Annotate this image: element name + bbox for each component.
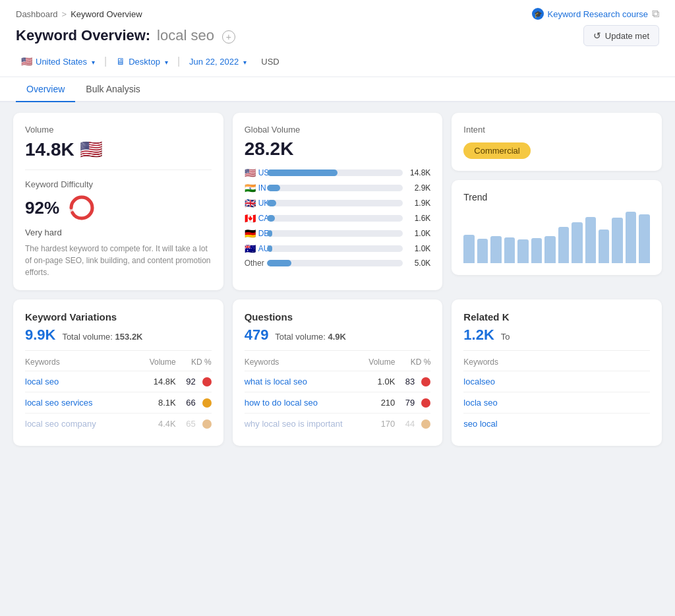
filters-row: 🇺🇸 United States | 🖥 Desktop | Jun 22, 2… (16, 54, 659, 77)
device-chevron-icon (163, 57, 168, 67)
table-row: local seo14.8K92 (25, 371, 212, 392)
date-filter[interactable]: Jun 22, 2022 (184, 55, 252, 69)
q-col-kw-label: Keywords (245, 357, 347, 367)
trend-bar (612, 218, 622, 263)
table-row: what is local seo1.0K83 (245, 371, 431, 392)
related-title: Related K (463, 311, 650, 323)
kd-sublabel: Very hard (25, 228, 212, 237)
table-row: localseo (463, 371, 650, 392)
gv-bar-row: 🇺🇸US14.8K (245, 168, 431, 178)
trend-bar (531, 238, 542, 263)
related-table-header: Keywords (463, 350, 650, 371)
main-content: Volume 14.8K 🇺🇸 Keyword Difficulty 92% (0, 102, 675, 456)
page-title: Keyword Overview: local seo + (16, 27, 235, 44)
keyword-link[interactable]: locla seo (463, 398, 650, 408)
gv-label: Global Volume (245, 125, 431, 135)
country-filter[interactable]: 🇺🇸 United States (16, 54, 100, 69)
kd-row: 92% (25, 193, 212, 222)
course-label: Keyword Research course (548, 9, 648, 19)
table-row: local seo company4.4K65 (25, 413, 212, 434)
gv-value: 28.2K (245, 139, 431, 160)
tab-bulk-analysis[interactable]: Bulk Analysis (75, 77, 150, 102)
kd-percentage: 92% (25, 198, 59, 218)
keyword-link[interactable]: seo local (463, 419, 650, 429)
filter-sep-1: | (104, 55, 107, 67)
trend-bar (544, 236, 555, 263)
kd-cell: 44 (397, 419, 430, 429)
keyword-link[interactable]: local seo company (25, 419, 127, 429)
trend-chart (463, 210, 650, 263)
volume-cell: 210 (349, 398, 395, 408)
update-metrics-button[interactable]: ↺ Update met (583, 25, 659, 46)
kd-label: Keyword Difficulty (25, 179, 212, 189)
keyword-link[interactable]: local seo (25, 377, 127, 386)
volume-label: Volume (25, 125, 212, 135)
share-icon: ⧉ (652, 8, 659, 20)
questions-rows: what is local seo1.0K83how to do local s… (245, 371, 431, 434)
add-keyword-button[interactable]: + (222, 30, 235, 44)
top-header: Dashboard > Keyword Overview 🎓 Keyword R… (0, 0, 675, 77)
gv-bar-row: 🇬🇧UK1.9K (245, 198, 431, 208)
country-chevron-icon (90, 57, 95, 67)
related-card: Related K 1.2K To Keywords localseolocla… (452, 299, 662, 446)
kw-variations-title: Keyword Variations (25, 311, 212, 323)
rel-col-kw-label: Keywords (463, 357, 566, 367)
kw-variations-table-header: Keywords Volume KD % (25, 350, 212, 371)
q-col-kd-label: KD % (397, 357, 430, 367)
volume-cell: 170 (349, 419, 395, 429)
trend-bar (490, 236, 501, 263)
breadcrumb: Dashboard > Keyword Overview (16, 9, 142, 19)
trend-bar (585, 217, 596, 263)
kd-cell: 83 (397, 377, 430, 386)
course-icon: 🎓 (532, 8, 544, 20)
volume-value: 14.8K 🇺🇸 (25, 139, 212, 160)
gv-bar-row: 🇨🇦CA1.6K (245, 213, 431, 224)
trend-bar (599, 230, 609, 263)
divider-1 (25, 169, 212, 170)
keyword-link[interactable]: local seo services (25, 398, 127, 408)
trend-bar (517, 239, 528, 263)
kd-cell: 65 (179, 419, 212, 429)
trend-bar (639, 214, 649, 263)
update-btn-label: Update met (605, 31, 649, 41)
device-filter[interactable]: 🖥 Desktop (111, 54, 173, 69)
gv-bar-row: 🇮🇳IN2.9K (245, 183, 431, 193)
volume-kd-card: Volume 14.8K 🇺🇸 Keyword Difficulty 92% (13, 113, 223, 290)
refresh-icon: ↺ (593, 30, 601, 41)
questions-card: Questions 479 Total volume: 4.9K Keyword… (233, 299, 443, 446)
gv-bar-row: 🇩🇪DE1.0K (245, 228, 431, 239)
breadcrumb-home[interactable]: Dashboard (16, 9, 58, 19)
questions-total-val: 4.9K (328, 332, 345, 342)
gv-bar-row: Other5.0K (245, 259, 431, 268)
related-rows: localseolocla seoseo local (463, 371, 650, 434)
table-row: local seo services8.1K66 (25, 392, 212, 413)
kw-variations-count: 9.9K (25, 326, 55, 343)
tab-overview[interactable]: Overview (16, 77, 75, 102)
title-keyword: local seo (157, 27, 214, 44)
trend-bar (572, 222, 582, 263)
questions-table-header: Keywords Volume KD % (245, 350, 431, 371)
keyword-link[interactable]: how to do local seo (245, 398, 347, 408)
kd-cell: 66 (179, 398, 212, 408)
gv-bar-row: 🇦🇺AU1.0K (245, 243, 431, 254)
trend-label: Trend (463, 192, 650, 202)
related-summary: 1.2K To (463, 326, 650, 344)
volume-flag: 🇺🇸 (80, 139, 103, 160)
kd-cell: 79 (397, 398, 430, 408)
country-flag: 🇺🇸 (21, 56, 32, 67)
kw-variations-total-label: Total volume: 153.2K (62, 332, 142, 342)
table-row: why local seo is important17044 (245, 413, 431, 434)
keyword-link[interactable]: why local seo is important (245, 419, 347, 429)
filter-sep-2: | (177, 55, 180, 67)
intent-card: Intent Commercial (452, 113, 662, 171)
kw-var-rows: local seo14.8K92local seo services8.1K66… (25, 371, 212, 434)
cards-row1: Volume 14.8K 🇺🇸 Keyword Difficulty 92% (13, 113, 662, 290)
course-link[interactable]: 🎓 Keyword Research course ⧉ (532, 8, 659, 20)
keyword-link[interactable]: localseo (463, 377, 650, 386)
volume-cell: 14.8K (130, 377, 176, 386)
date-chevron-icon (242, 57, 247, 67)
questions-count: 479 (245, 326, 269, 343)
keyword-link[interactable]: what is local seo (245, 377, 347, 386)
desktop-icon: 🖥 (116, 56, 125, 67)
questions-title: Questions (245, 311, 431, 323)
